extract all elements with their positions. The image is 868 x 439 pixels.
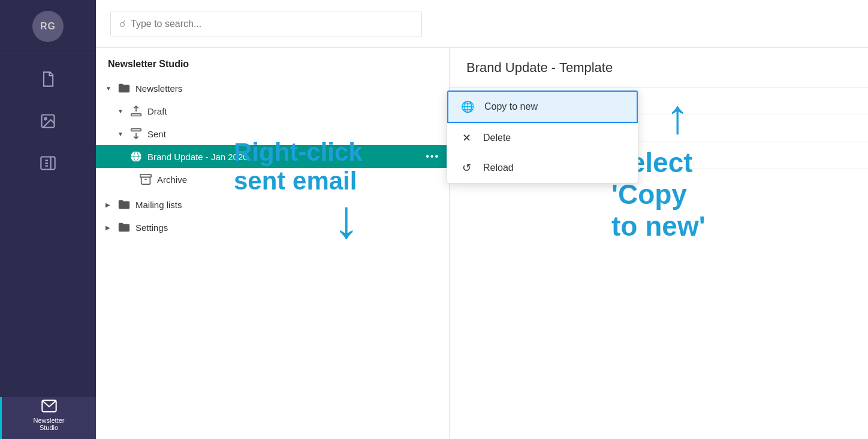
tree-panel: Newsletter Studio ▼ Newsletters ▼ Draft bbox=[96, 48, 450, 439]
tree-item-newsletters[interactable]: ▼ Newsletters bbox=[96, 77, 449, 100]
sidebar-item-contacts[interactable] bbox=[0, 142, 96, 184]
image-icon bbox=[40, 113, 56, 130]
tree-item-settings[interactable]: ▶ Settings bbox=[96, 216, 449, 239]
context-menu-item-delete[interactable]: ✕ Delete bbox=[447, 123, 638, 153]
sidebar-item-documents[interactable] bbox=[0, 58, 96, 100]
newsletters-label: Newsletters bbox=[135, 83, 182, 94]
icon-sidebar: RG bbox=[0, 0, 96, 439]
sidebar-item-newsletter[interactable]: Newsletter Studio bbox=[0, 397, 96, 439]
tree-item-brand-update[interactable]: Brand Update - Jan 2020 ••• bbox=[96, 145, 449, 168]
arrow-sent: ▼ bbox=[117, 131, 125, 137]
close-icon: ✕ bbox=[459, 131, 474, 145]
search-input[interactable] bbox=[131, 19, 413, 29]
sidebar-nav-items bbox=[0, 53, 96, 397]
tree-section-title: Newsletter Studio bbox=[96, 48, 449, 77]
delete-label: Delete bbox=[483, 133, 511, 143]
svg-point-1 bbox=[44, 118, 47, 120]
svg-rect-11 bbox=[140, 175, 151, 178]
settings-label: Settings bbox=[135, 222, 168, 233]
search-box[interactable]: ☌ bbox=[110, 11, 422, 37]
right-panel-title: Brand Update - Template bbox=[450, 48, 868, 88]
arrow-settings: ▶ bbox=[106, 224, 113, 231]
document-icon bbox=[40, 71, 56, 88]
brand-update-label: Brand Update - Jan 2020 bbox=[147, 152, 248, 162]
context-menu-overlay: 🌐 Copy to new ✕ Delete ↺ Reload bbox=[447, 90, 638, 184]
context-menu-item-copy[interactable]: 🌐 Copy to new bbox=[447, 91, 638, 123]
copy-to-new-label: Copy to new bbox=[484, 101, 538, 112]
brand-update-icon bbox=[129, 150, 143, 163]
tree-item-draft[interactable]: ▼ Draft bbox=[96, 100, 449, 122]
draft-label: Draft bbox=[147, 106, 167, 116]
svg-rect-9 bbox=[131, 129, 141, 131]
arrow-newsletters: ▼ bbox=[106, 85, 113, 92]
reload-label: Reload bbox=[483, 163, 514, 173]
main-area: ☌ Newsletter Studio ▼ Newsletters bbox=[96, 0, 868, 439]
arrow-mailing-lists: ▶ bbox=[106, 202, 113, 208]
newsletter-label: Newsletter Studio bbox=[34, 417, 65, 431]
sidebar-item-images[interactable] bbox=[0, 100, 96, 142]
folder-icon-settings bbox=[117, 221, 131, 234]
draft-icon bbox=[129, 104, 143, 118]
sent-icon bbox=[129, 127, 143, 140]
mailing-lists-label: Mailing lists bbox=[135, 200, 182, 210]
reload-icon: ↺ bbox=[459, 161, 474, 175]
search-icon: ☌ bbox=[119, 18, 126, 29]
sent-label: Sent bbox=[147, 129, 166, 139]
arrow-draft: ▼ bbox=[117, 108, 125, 115]
newsletter-icon bbox=[41, 398, 58, 414]
tree-item-mailing-lists[interactable]: ▶ Mailing lists bbox=[96, 193, 449, 216]
globe-icon: 🌐 bbox=[460, 100, 475, 113]
folder-icon-newsletters bbox=[117, 82, 131, 95]
archive-label: Archive bbox=[157, 175, 187, 185]
top-bar: ☌ bbox=[96, 0, 868, 48]
tree-item-archive[interactable]: Archive bbox=[96, 168, 449, 191]
svg-rect-8 bbox=[131, 114, 141, 116]
contacts-icon bbox=[40, 155, 56, 172]
item-dots[interactable]: ••• bbox=[426, 151, 439, 162]
archive-icon bbox=[139, 173, 152, 186]
context-menu: 🌐 Copy to new ✕ Delete ↺ Reload bbox=[447, 90, 638, 184]
avatar[interactable]: RG bbox=[32, 11, 64, 42]
avatar-area: RG bbox=[0, 0, 96, 53]
context-menu-item-reload[interactable]: ↺ Reload bbox=[447, 153, 638, 183]
tree-item-sent[interactable]: ▼ Sent bbox=[96, 122, 449, 145]
folder-icon-mailing bbox=[117, 198, 131, 211]
